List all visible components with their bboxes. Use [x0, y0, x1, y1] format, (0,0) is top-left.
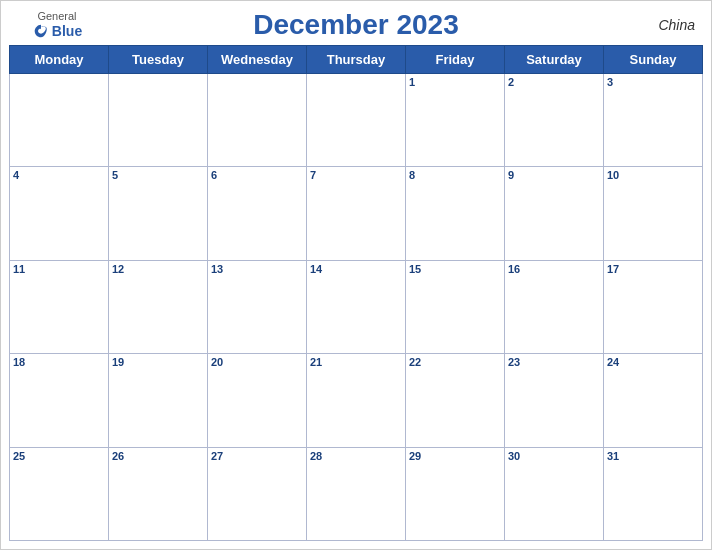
calendar-day-cell: 18: [10, 354, 109, 447]
day-number: 6: [211, 169, 217, 181]
calendar-day-cell: 5: [109, 167, 208, 260]
day-number: 9: [508, 169, 514, 181]
calendar-day-cell: 3: [604, 74, 703, 167]
calendar-day-cell: 9: [505, 167, 604, 260]
calendar-day-cell: 20: [208, 354, 307, 447]
logo: General Blue: [17, 10, 97, 40]
calendar-day-cell: 16: [505, 260, 604, 353]
calendar-day-cell: 21: [307, 354, 406, 447]
day-number: 21: [310, 356, 322, 368]
day-number: 12: [112, 263, 124, 275]
day-number: 18: [13, 356, 25, 368]
day-number: 16: [508, 263, 520, 275]
logo-blue: Blue: [32, 22, 82, 40]
calendar-day-cell: 24: [604, 354, 703, 447]
calendar-day-cell: 26: [109, 447, 208, 540]
calendar-day-cell: 13: [208, 260, 307, 353]
calendar-day-cell: 25: [10, 447, 109, 540]
day-number: 26: [112, 450, 124, 462]
day-number: 4: [13, 169, 19, 181]
calendar-day-cell: [208, 74, 307, 167]
calendar-day-cell: 19: [109, 354, 208, 447]
calendar-page: General Blue December 2023 China Monday …: [0, 0, 712, 550]
page-header: General Blue December 2023 China: [1, 1, 711, 45]
calendar-day-cell: 15: [406, 260, 505, 353]
calendar-day-cell: 6: [208, 167, 307, 260]
day-number: 13: [211, 263, 223, 275]
calendar-day-cell: 10: [604, 167, 703, 260]
calendar-week-row: 25262728293031: [10, 447, 703, 540]
calendar-day-cell: 12: [109, 260, 208, 353]
day-number: 15: [409, 263, 421, 275]
day-number: 28: [310, 450, 322, 462]
day-number: 29: [409, 450, 421, 462]
day-number: 23: [508, 356, 520, 368]
calendar-day-cell: [307, 74, 406, 167]
header-monday: Monday: [10, 46, 109, 74]
day-number: 25: [13, 450, 25, 462]
day-number: 7: [310, 169, 316, 181]
calendar-day-cell: 11: [10, 260, 109, 353]
day-number: 10: [607, 169, 619, 181]
day-number: 20: [211, 356, 223, 368]
weekday-header-row: Monday Tuesday Wednesday Thursday Friday…: [10, 46, 703, 74]
calendar-week-row: 123: [10, 74, 703, 167]
month-year-heading: December 2023: [97, 9, 615, 41]
day-number: 30: [508, 450, 520, 462]
day-number: 3: [607, 76, 613, 88]
day-number: 14: [310, 263, 322, 275]
calendar-week-row: 45678910: [10, 167, 703, 260]
header-friday: Friday: [406, 46, 505, 74]
calendar-day-cell: 29: [406, 447, 505, 540]
country-name: China: [615, 17, 695, 33]
logo-general: General: [37, 10, 76, 22]
calendar-day-cell: 17: [604, 260, 703, 353]
day-number: 24: [607, 356, 619, 368]
day-number: 22: [409, 356, 421, 368]
calendar-week-row: 11121314151617: [10, 260, 703, 353]
day-number: 5: [112, 169, 118, 181]
calendar-day-cell: 30: [505, 447, 604, 540]
calendar-day-cell: [10, 74, 109, 167]
calendar-day-cell: 14: [307, 260, 406, 353]
calendar-day-cell: 23: [505, 354, 604, 447]
calendar-grid-container: Monday Tuesday Wednesday Thursday Friday…: [1, 45, 711, 549]
calendar-title: December 2023: [97, 9, 615, 41]
header-wednesday: Wednesday: [208, 46, 307, 74]
day-number: 19: [112, 356, 124, 368]
calendar-day-cell: 27: [208, 447, 307, 540]
calendar-day-cell: 1: [406, 74, 505, 167]
day-number: 2: [508, 76, 514, 88]
day-number: 1: [409, 76, 415, 88]
calendar-day-cell: 22: [406, 354, 505, 447]
day-number: 27: [211, 450, 223, 462]
header-tuesday: Tuesday: [109, 46, 208, 74]
calendar-day-cell: 28: [307, 447, 406, 540]
header-thursday: Thursday: [307, 46, 406, 74]
calendar-day-cell: 4: [10, 167, 109, 260]
day-number: 31: [607, 450, 619, 462]
calendar-day-cell: 2: [505, 74, 604, 167]
calendar-day-cell: 8: [406, 167, 505, 260]
header-sunday: Sunday: [604, 46, 703, 74]
header-saturday: Saturday: [505, 46, 604, 74]
day-number: 8: [409, 169, 415, 181]
day-number: 17: [607, 263, 619, 275]
calendar-day-cell: 31: [604, 447, 703, 540]
calendar-day-cell: [109, 74, 208, 167]
bird-icon: [32, 22, 50, 40]
calendar-table: Monday Tuesday Wednesday Thursday Friday…: [9, 45, 703, 541]
calendar-week-row: 18192021222324: [10, 354, 703, 447]
day-number: 11: [13, 263, 25, 275]
calendar-day-cell: 7: [307, 167, 406, 260]
